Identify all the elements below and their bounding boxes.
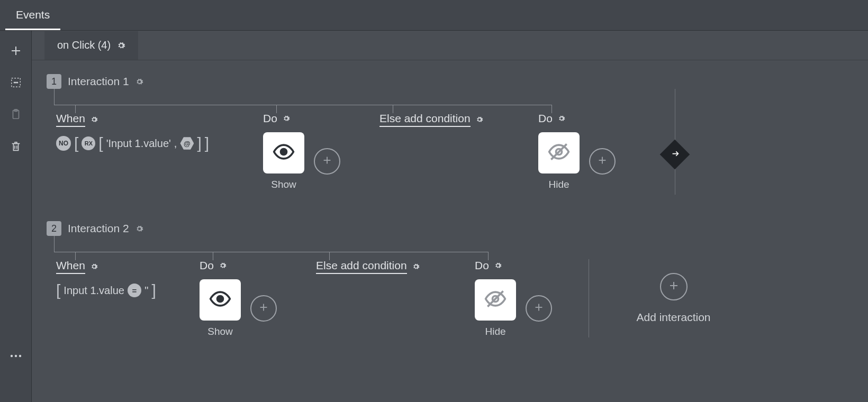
eye-off-icon (547, 140, 571, 166)
trigger-chip[interactable]: on Click (4) (44, 31, 138, 60)
action-label: Hide (475, 326, 516, 337)
not-operator-badge: NO (56, 136, 71, 151)
add-action-button[interactable] (314, 148, 340, 175)
condition-expression[interactable]: [ Input 1.value = '' ] (56, 281, 189, 299)
left-rail (0, 31, 32, 402)
add-interaction-button[interactable] (660, 273, 688, 300)
close-bracket: ] (197, 134, 201, 152)
when-header[interactable]: When (56, 112, 85, 127)
field-reference: Input 1.value (64, 285, 124, 297)
action-show[interactable]: Show (263, 132, 304, 190)
svg-point-3 (14, 82, 15, 83)
do-header: Do (538, 112, 553, 125)
plus-icon (321, 154, 333, 168)
select-group-button[interactable] (8, 75, 24, 92)
work-area: on Click (4) 1 Interaction 1 (32, 31, 868, 402)
action-show[interactable]: Show (200, 279, 241, 337)
trash-icon (10, 147, 22, 154)
action-label: Show (200, 326, 241, 337)
action-hide[interactable]: Hide (475, 279, 516, 337)
do-header: Do (263, 112, 277, 125)
string-literal: '' (144, 285, 149, 297)
more-button[interactable] (8, 349, 24, 361)
gear-icon[interactable] (219, 262, 227, 269)
add-interaction-pane: Add interaction (589, 259, 726, 337)
else-header[interactable]: Else add condition (379, 112, 471, 127)
plus-icon (596, 154, 608, 168)
close-bracket: ] (205, 134, 209, 152)
gear-icon[interactable] (412, 263, 420, 270)
add-action-button[interactable] (250, 295, 277, 322)
continue-diamond[interactable] (660, 140, 690, 170)
trigger-label: on Click (4) (57, 39, 111, 51)
gear-icon[interactable] (135, 78, 143, 86)
eye-off-icon (484, 287, 507, 313)
add-button[interactable] (7, 42, 24, 61)
interaction-header[interactable]: 1 Interaction 1 (47, 74, 868, 89)
gear-icon[interactable] (494, 262, 502, 269)
delete-button[interactable] (8, 138, 24, 157)
open-bracket: [ (98, 134, 103, 152)
eye-icon (209, 287, 232, 313)
interaction-number: 2 (47, 221, 61, 236)
when-header[interactable]: When (56, 259, 85, 274)
arrow-right-icon (666, 146, 683, 162)
trigger-bar: on Click (4) (32, 31, 868, 60)
gear-icon[interactable] (283, 115, 290, 122)
regex-operator-badge: RX (82, 136, 95, 150)
interaction-1: 1 Interaction 1 When (47, 74, 868, 190)
open-bracket: [ (56, 281, 60, 299)
plus-icon (533, 302, 545, 315)
marquee-icon (10, 82, 22, 90)
plus-icon (10, 51, 22, 59)
field-reference: 'Input 1.value' (106, 138, 171, 150)
condition-expression[interactable]: NO [ RX [ 'Input 1.value' , @ ] ] (56, 134, 252, 152)
svg-point-11 (14, 354, 16, 357)
plus-icon (667, 279, 680, 294)
add-action-button[interactable] (589, 148, 616, 175)
interaction-number: 1 (47, 74, 61, 89)
open-bracket: [ (74, 134, 78, 152)
action-label: Hide (538, 179, 580, 190)
add-action-button[interactable] (526, 295, 552, 322)
clipboard-button[interactable] (8, 106, 24, 124)
svg-point-5 (16, 82, 17, 83)
equals-badge: = (128, 284, 141, 297)
gear-icon[interactable] (558, 115, 565, 122)
gear-icon[interactable] (91, 116, 98, 123)
do-header: Do (475, 259, 489, 272)
comma: , (174, 138, 177, 150)
plus-icon (258, 302, 269, 315)
clipboard-icon (10, 114, 22, 122)
gear-icon[interactable] (91, 263, 98, 270)
do-header: Do (200, 259, 214, 272)
tab-events[interactable]: Events (5, 1, 60, 30)
svg-point-12 (19, 354, 21, 357)
tab-strip: Events (0, 0, 868, 31)
ellipsis-icon (10, 351, 22, 359)
add-interaction-label: Add interaction (636, 311, 710, 324)
action-label: Show (263, 179, 304, 190)
gear-icon[interactable] (135, 225, 143, 233)
interaction-header[interactable]: 2 Interaction 2 (47, 221, 868, 236)
svg-point-13 (281, 149, 287, 155)
interaction-title: Interaction 2 (68, 222, 129, 235)
interaction-title: Interaction 1 (68, 75, 129, 88)
gear-icon[interactable] (476, 116, 483, 123)
svg-point-10 (10, 354, 12, 357)
gear-icon[interactable] (117, 41, 125, 50)
at-badge: @ (180, 136, 194, 150)
close-bracket: ] (152, 281, 156, 299)
svg-point-21 (218, 296, 223, 302)
eye-icon (272, 140, 295, 166)
else-header[interactable]: Else add condition (316, 259, 407, 274)
svg-point-4 (15, 82, 16, 83)
interaction-2: 2 Interaction 2 When (47, 221, 868, 337)
tab-events-label: Events (16, 8, 50, 21)
action-hide[interactable]: Hide (538, 132, 580, 190)
